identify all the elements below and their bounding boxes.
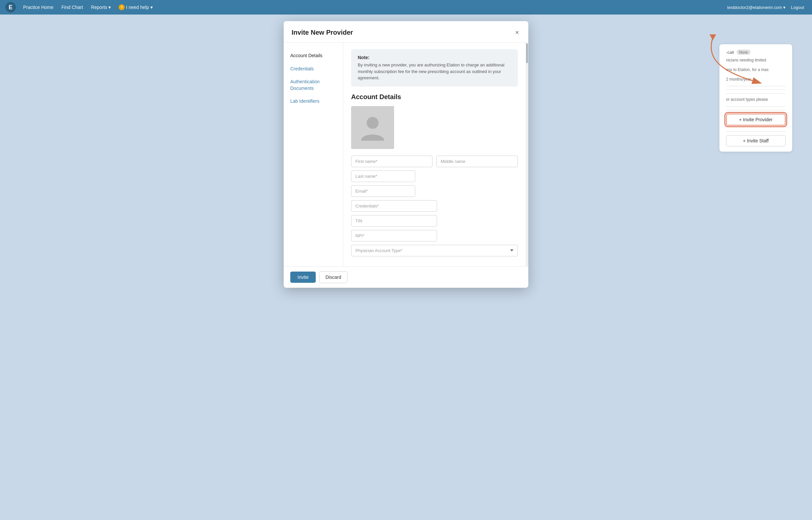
credentials-group [351,200,518,212]
last-name-group [351,171,518,182]
modal-overlay: Invite New Provider × Account Details Cr… [0,15,812,520]
user-email-chevron-icon: ▾ [783,5,786,10]
first-name-input[interactable] [351,156,433,167]
credentials-input[interactable] [351,200,437,212]
avatar-placeholder[interactable] [351,106,394,149]
topnav-right: testdoctor2@elationemr.com ▾ Logout [728,4,807,11]
npi-group [351,230,518,241]
npi-input[interactable] [351,230,437,241]
nav-reports[interactable]: Reports ▾ [88,3,114,12]
invite-button[interactable]: Invite [290,271,316,283]
tin-input[interactable] [351,215,437,227]
discard-button[interactable]: Discard [319,271,347,283]
tin-group [351,215,518,227]
user-avatar-icon [361,114,384,141]
app-logo: E [5,2,16,12]
account-type-select[interactable]: Physician Account Type* [351,245,518,256]
svg-point-2 [367,117,378,129]
sidebar-nav-auth-docs[interactable]: Authentication Documents [284,75,343,95]
logout-button[interactable]: Logout [788,4,807,11]
note-heading: Note: [358,55,370,60]
invite-provider-modal: Invite New Provider × Account Details Cr… [284,21,528,288]
topnav: E Practice Home Find Chart Reports ▾ ? I… [0,0,812,15]
note-body: By inviting a new provider, you are auth… [358,62,511,81]
page-background: -call None nicians needing limited ess t… [0,15,812,520]
sidebar-nav-lab-identifiers[interactable]: Lab Identifiers [284,95,343,108]
modal-footer: Invite Discard [284,266,528,288]
nav-find-chart[interactable]: Find Chart [58,3,86,12]
modal-header: Invite New Provider × [284,21,528,43]
help-chevron-icon: ▾ [150,5,153,10]
sidebar-nav-account-details[interactable]: Account Details [284,49,343,62]
modal-close-button[interactable]: × [514,28,520,37]
name-row [351,156,518,167]
scroll-thumb [526,43,528,63]
account-type-group: Physician Account Type* [351,245,518,256]
nav-help[interactable]: ? I need help ▾ [115,2,156,12]
scroll-track[interactable] [526,43,528,266]
sidebar-nav-credentials[interactable]: Credentials [284,62,343,76]
nav-practice-home[interactable]: Practice Home [20,3,57,12]
last-name-input[interactable] [351,171,415,182]
modal-main-content: Note: By inviting a new provider, you ar… [343,43,526,266]
modal-title: Invite New Provider [292,29,353,36]
user-email-menu[interactable]: testdoctor2@elationemr.com ▾ [728,5,786,10]
middle-name-input[interactable] [437,156,518,167]
email-input[interactable] [351,185,415,197]
account-details-title: Account Details [351,93,518,101]
modal-body: Account Details Credentials Authenticati… [284,43,528,266]
email-group [351,185,518,197]
note-box: Note: By inviting a new provider, you ar… [351,49,518,86]
reports-chevron-icon: ▾ [108,5,111,10]
modal-sidebar: Account Details Credentials Authenticati… [284,43,343,266]
